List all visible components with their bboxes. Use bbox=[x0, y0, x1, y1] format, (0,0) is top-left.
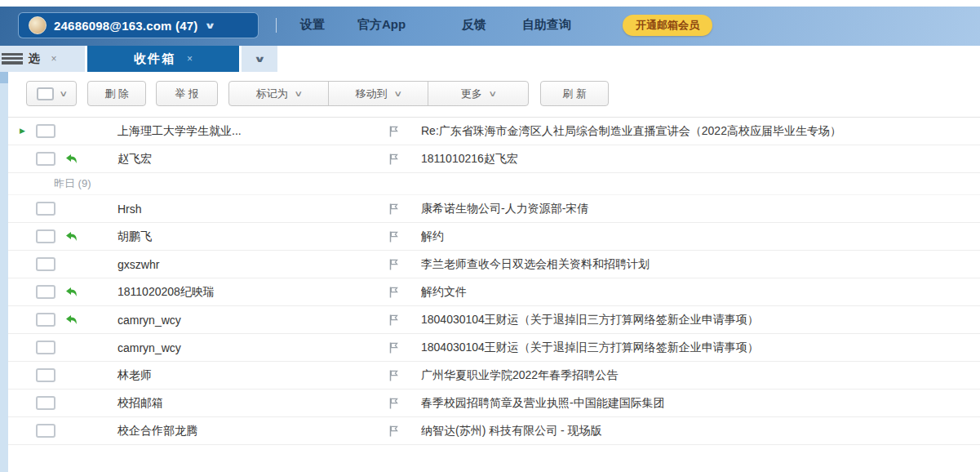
chevron-down-icon: ∨ bbox=[59, 89, 68, 98]
mail-client-window: 24686098@163.com (47) ∨ 设置 官方App 反馈 自助查询… bbox=[0, 0, 980, 472]
subject-text[interactable]: 李兰老师查收今日双选会相关资料和招聘计划 bbox=[421, 257, 980, 272]
mail-row[interactable]: ▶ 胡鹏飞 解约 bbox=[8, 223, 980, 251]
subject-text[interactable]: 康希诺生物公司-人力资源部-宋倩 bbox=[421, 202, 980, 216]
sender-name[interactable]: Hrsh bbox=[101, 203, 388, 216]
flag-icon[interactable] bbox=[388, 286, 399, 299]
sender-name[interactable]: 校招邮箱 bbox=[101, 396, 388, 411]
row-checkbox[interactable] bbox=[36, 285, 55, 299]
topbar-divider bbox=[276, 18, 277, 33]
mail-row[interactable]: ▶ gxszwhr 李兰老师查收今日双选会相关资料和招聘计划 bbox=[8, 251, 980, 278]
mail-row[interactable]: ▶ camryn_wcy 1804030104王财运（关于退掉旧三方打算网络签新… bbox=[8, 306, 980, 334]
tab-inbox[interactable]: 收件箱 × bbox=[87, 46, 239, 72]
replied-icon bbox=[65, 314, 78, 326]
mark-as-button[interactable]: 标记为 ∨ bbox=[229, 82, 329, 105]
close-icon[interactable]: × bbox=[51, 53, 56, 65]
flag-icon[interactable] bbox=[388, 258, 399, 271]
sender-name[interactable]: 赵飞宏 bbox=[101, 152, 388, 167]
sender-name[interactable]: camryn_wcy bbox=[101, 341, 388, 354]
chevron-down-icon: ∨ bbox=[294, 89, 303, 98]
more-button[interactable]: 更多 ∨ bbox=[428, 82, 528, 105]
select-all-button[interactable]: ∨ bbox=[26, 81, 77, 106]
tab-inbox-label: 收件箱 bbox=[134, 51, 175, 67]
chevron-down-icon: ∨ bbox=[253, 54, 265, 65]
row-checkbox[interactable] bbox=[36, 257, 55, 271]
mail-row[interactable]: ▶ 校招邮箱 春季校园招聘简章及营业执照-中国能建国际集团 bbox=[8, 390, 980, 417]
mail-row[interactable]: ▶ 校企合作部龙腾 纳智达(苏州) 科技有限公司 - 现场版 bbox=[8, 417, 980, 445]
subject-text[interactable]: 1804030104王财运（关于退掉旧三方打算网络签新企业申请事项） bbox=[421, 313, 980, 327]
replied-icon bbox=[65, 287, 78, 298]
account-menu-button[interactable]: 24686098@163.com (47) ∨ bbox=[18, 12, 259, 38]
section-header-label: 昨日 (9) bbox=[54, 176, 91, 191]
sender-name[interactable]: 胡鹏飞 bbox=[101, 229, 388, 244]
flag-icon[interactable] bbox=[388, 230, 399, 243]
row-checkbox[interactable] bbox=[36, 229, 55, 243]
row-checkbox[interactable] bbox=[36, 396, 55, 410]
row-checkbox[interactable] bbox=[36, 368, 55, 382]
sender-name[interactable]: gxszwhr bbox=[101, 258, 388, 271]
flag-icon[interactable] bbox=[388, 125, 399, 138]
mark-as-label: 标记为 bbox=[256, 87, 288, 101]
flag-icon[interactable] bbox=[388, 203, 399, 216]
subject-text[interactable]: 解约文件 bbox=[421, 285, 980, 300]
left-rail-cap bbox=[0, 72, 8, 83]
row-checkbox[interactable] bbox=[36, 202, 55, 216]
row-checkbox[interactable] bbox=[36, 124, 55, 138]
subject-text[interactable]: 1811010216赵飞宏 bbox=[421, 152, 980, 167]
row-checkbox[interactable] bbox=[36, 313, 55, 327]
subject-text[interactable]: 解约 bbox=[421, 229, 980, 244]
close-icon[interactable]: × bbox=[187, 53, 193, 65]
tab-list-dropdown[interactable]: ∨ bbox=[242, 46, 277, 72]
replied-icon bbox=[65, 154, 78, 165]
report-button[interactable]: 举 报 bbox=[156, 81, 218, 106]
tab-partial[interactable]: 选 × bbox=[0, 46, 85, 72]
subject-text[interactable]: 1804030104王财运（关于退掉旧三方打算网络签新企业申请事项） bbox=[421, 341, 980, 355]
replied-icon bbox=[65, 231, 78, 243]
vip-upgrade-button[interactable]: 开通邮箱会员 bbox=[623, 15, 712, 36]
move-to-label: 移动到 bbox=[356, 87, 388, 101]
mail-row[interactable]: ▶ Hrsh 康希诺生物公司-人力资源部-宋倩 bbox=[8, 195, 980, 223]
toolbar-dropdown-group: 标记为 ∨ 移动到 ∨ 更多 ∨ bbox=[228, 81, 529, 106]
flag-icon[interactable] bbox=[388, 314, 399, 327]
menu-self-service[interactable]: 自助查询 bbox=[522, 17, 571, 33]
menu-feedback[interactable]: 反馈 bbox=[462, 17, 486, 33]
sender-name[interactable]: camryn_wcy bbox=[101, 314, 388, 327]
tab-strip: 选 × 收件箱 × ∨ bbox=[0, 46, 980, 72]
flag-icon[interactable] bbox=[388, 369, 399, 382]
subject-text[interactable]: 纳智达(苏州) 科技有限公司 - 现场版 bbox=[421, 424, 980, 439]
delete-button[interactable]: 删 除 bbox=[87, 81, 146, 106]
refresh-button[interactable]: 刷 新 bbox=[540, 81, 609, 106]
date-section-header: 昨日 (9) bbox=[8, 173, 980, 195]
menu-official-app[interactable]: 官方App bbox=[357, 17, 406, 33]
mail-row[interactable]: ▶ 上海理工大学学生就业... Re:广东省珠海市金湾区人社局综合制造业直播宣讲… bbox=[8, 118, 980, 145]
mail-row[interactable]: ▶ 赵飞宏 1811010216赵飞宏 bbox=[8, 145, 980, 173]
subject-text[interactable]: Re:广东省珠海市金湾区人社局综合制造业直播宣讲会（2022高校应届毕业生专场） bbox=[421, 124, 980, 139]
subject-text[interactable]: 广州华夏职业学院2022年春季招聘公告 bbox=[421, 368, 980, 383]
flag-icon[interactable] bbox=[388, 153, 399, 166]
sender-name[interactable]: 林老师 bbox=[101, 368, 388, 383]
mail-row[interactable]: ▶ 1811020208纪映瑞 解约文件 bbox=[8, 278, 980, 306]
menu-settings[interactable]: 设置 bbox=[300, 17, 325, 33]
row-checkbox[interactable] bbox=[36, 152, 55, 166]
left-rail bbox=[0, 72, 8, 472]
chevron-down-icon: ∨ bbox=[488, 89, 497, 98]
mail-row[interactable]: ▶ camryn_wcy 1804030104王财运（关于退掉旧三方打算网络签新… bbox=[8, 334, 980, 362]
subject-text[interactable]: 春季校园招聘简章及营业执照-中国能建国际集团 bbox=[421, 396, 980, 411]
select-all-checkbox[interactable] bbox=[37, 87, 54, 100]
sender-name[interactable]: 1811020208纪映瑞 bbox=[101, 285, 388, 300]
expand-thread-icon[interactable]: ▶ bbox=[20, 127, 25, 135]
mail-list: ▶ 上海理工大学学生就业... Re:广东省珠海市金湾区人社局综合制造业直播宣讲… bbox=[8, 118, 980, 472]
move-to-button[interactable]: 移动到 ∨ bbox=[329, 82, 428, 105]
row-checkbox[interactable] bbox=[36, 341, 55, 354]
mail-toolbar: ∨ 删 除 举 报 标记为 ∨ 移动到 ∨ 更多 ∨ 刷 新 bbox=[8, 72, 980, 118]
chevron-down-icon: ∨ bbox=[205, 20, 216, 31]
tab-partial-label: 选 bbox=[28, 51, 39, 66]
flag-icon[interactable] bbox=[388, 397, 399, 410]
mail-row[interactable]: ▶ 林老师 广州华夏职业学院2022年春季招聘公告 bbox=[8, 362, 980, 390]
row-checkbox[interactable] bbox=[36, 424, 55, 438]
sender-name[interactable]: 校企合作部龙腾 bbox=[101, 424, 388, 439]
sender-name[interactable]: 上海理工大学学生就业... bbox=[101, 124, 388, 139]
flag-icon[interactable] bbox=[388, 425, 399, 438]
flag-icon[interactable] bbox=[388, 341, 399, 354]
avatar bbox=[29, 16, 47, 34]
chevron-down-icon: ∨ bbox=[393, 89, 402, 98]
